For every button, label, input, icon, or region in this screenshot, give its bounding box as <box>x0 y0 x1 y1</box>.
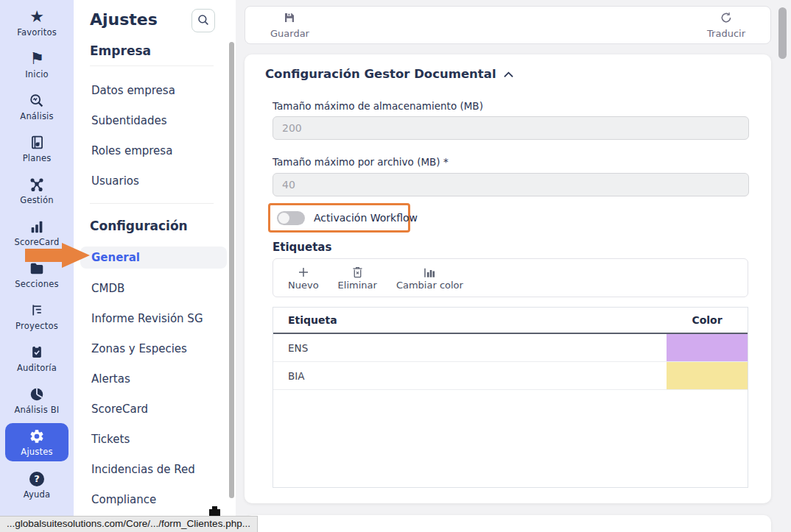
workflow-toggle[interactable] <box>277 211 305 225</box>
file-size-label: Tamaño máximo por archivo (MB) * <box>273 156 449 168</box>
sidebar-item-general[interactable]: General <box>80 247 227 269</box>
form-toolbar: Guardar Traducir <box>245 6 771 44</box>
pie-chart-icon <box>29 386 45 403</box>
change-color-button[interactable]: Cambiar color <box>396 265 463 291</box>
sidebar-item-usuarios[interactable]: Usuarios <box>74 166 236 196</box>
search-button[interactable] <box>191 9 215 32</box>
sidebar-item-proyectos[interactable]: Proyectos <box>0 295 74 337</box>
sidebar-item-auditoria[interactable]: Auditoría <box>0 337 74 379</box>
sidebar-item-alertas[interactable]: Alertas <box>74 363 236 394</box>
file-size-input[interactable] <box>273 173 749 196</box>
divider <box>90 65 214 66</box>
settings-sidebar: Ajustes Empresa Datos empresa Subentidad… <box>74 0 236 532</box>
table-row-ens[interactable]: ENS <box>273 334 748 362</box>
panel-title-row[interactable]: Configuración Gestor Documental <box>265 67 513 81</box>
sidebar-item-datos-empresa[interactable]: Datos empresa <box>74 75 236 105</box>
etiquetas-label: Etiquetas <box>273 241 331 254</box>
section-header-empresa: Empresa <box>90 43 214 58</box>
chevron-up-icon[interactable] <box>504 67 513 81</box>
tag-name-cell: ENS <box>273 334 667 361</box>
sidebar-item-ayuda[interactable]: ? Ayuda <box>0 464 74 506</box>
search-icon <box>197 13 210 29</box>
save-button[interactable]: Guardar <box>270 11 309 39</box>
section-header-configuracion: Configuración <box>90 219 214 233</box>
column-header-etiqueta: Etiqueta <box>273 314 667 326</box>
tag-color-swatch[interactable] <box>667 362 748 389</box>
sidebar-item-subentidades[interactable]: Subentidades <box>74 105 236 135</box>
sidebar-item-favoritos[interactable]: ★ Favoritos <box>0 1 74 43</box>
main-scrollbar[interactable] <box>778 7 787 59</box>
table-header-row: Etiqueta Color <box>273 308 748 334</box>
sidebar-item-zonas-y-especies[interactable]: Zonas y Especies <box>74 333 236 363</box>
network-icon <box>29 176 45 194</box>
sidebar-item-informe-revision-sg[interactable]: Informe Revisión SG <box>74 303 236 333</box>
sidebar-item-analisis[interactable]: Análisis <box>0 85 74 127</box>
status-bar-url: ...globalsuitesolutions.com/Core/.../for… <box>0 516 258 532</box>
plus-icon <box>297 265 310 279</box>
panel-title: Configuración Gestor Documental <box>265 67 496 81</box>
sidebar-item-analisis-bi[interactable]: Análisis BI <box>0 379 74 421</box>
sidebar-item-scorecard-config[interactable]: ScoreCard <box>74 394 236 424</box>
etiquetas-table: Etiqueta Color ENS BIA <box>273 307 748 488</box>
sidebar-item-planes[interactable]: Planes <box>0 127 74 169</box>
sidebar-item-gestion[interactable]: Gestión <box>0 169 74 211</box>
color-chart-icon <box>423 265 436 279</box>
sidebar-item-cmdb[interactable]: CMDB <box>74 273 236 303</box>
refresh-translate-icon <box>720 11 733 26</box>
help-icon: ? <box>29 470 44 488</box>
bar-chart-icon <box>29 218 45 235</box>
sidebar-item-tickets[interactable]: Tickets <box>74 424 236 454</box>
clipboard-check-icon <box>29 344 44 361</box>
storage-size-input[interactable] <box>273 116 749 140</box>
sidebar-item-incidencias-de-red[interactable]: Incidencias de Red <box>74 454 236 484</box>
tag-color-swatch[interactable] <box>667 334 748 361</box>
sidebar-scrollbar[interactable] <box>229 42 234 498</box>
trash-icon <box>351 265 364 279</box>
annotation-arrow <box>25 243 90 271</box>
etiquetas-toolbar: Nuevo Eliminar <box>273 258 748 297</box>
analysis-magnifier-icon <box>29 92 45 110</box>
workflow-toggle-highlight-box: Activación Workflow <box>268 203 410 233</box>
flag-icon: ⚑ <box>29 50 44 68</box>
next-panel-partial <box>245 515 771 532</box>
translate-button[interactable]: Traducir <box>707 11 745 39</box>
configuracion-nav-list: General CMDB Informe Revisión SG Zonas y… <box>74 247 236 514</box>
app-window: ★ Favoritos ⚑ Inicio Análisis <box>0 0 791 532</box>
new-tag-button[interactable]: Nuevo <box>288 265 319 291</box>
toggle-knob <box>278 213 289 224</box>
divider <box>90 203 214 204</box>
column-header-color: Color <box>667 314 748 326</box>
sidebar-item-ajustes[interactable]: Ajustes <box>5 423 68 461</box>
gear-icon <box>29 428 45 445</box>
sidebar-item-roles-empresa[interactable]: Roles empresa <box>74 135 236 166</box>
sidebar-item-inicio[interactable]: ⚑ Inicio <box>0 43 74 85</box>
save-icon <box>283 11 296 26</box>
storage-size-label: Tamaño máximo de almacenamiento (MB) <box>273 100 483 112</box>
notebook-icon <box>29 134 45 152</box>
project-list-icon <box>29 302 45 319</box>
delete-tag-button[interactable]: Eliminar <box>338 265 377 291</box>
empresa-nav-list: Datos empresa Subentidades Roles empresa… <box>74 75 236 196</box>
star-icon: ★ <box>29 8 44 26</box>
table-row-bia[interactable]: BIA <box>273 362 748 390</box>
main-content: Guardar Traducir Configuración Gestor Do… <box>236 0 791 532</box>
workflow-toggle-label: Activación Workflow <box>314 212 418 224</box>
gestor-documental-panel: Configuración Gestor Documental Tamaño m… <box>245 54 771 503</box>
tag-name-cell: BIA <box>273 362 667 389</box>
